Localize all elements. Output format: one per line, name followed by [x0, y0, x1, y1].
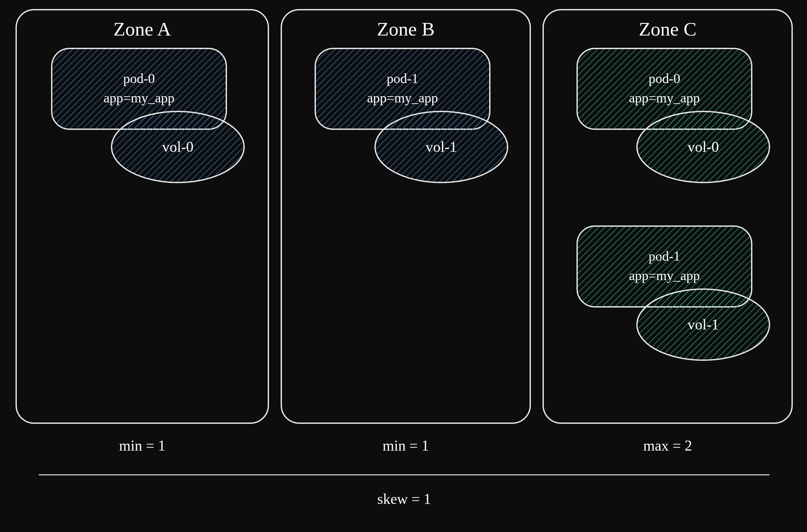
pod-group: pod-0app=my_appvol-0	[577, 49, 770, 183]
pod-group: pod-1app=my_appvol-1	[315, 49, 508, 183]
pod-name: pod-1	[387, 71, 418, 86]
pod-group: pod-0app=my_appvol-0	[52, 49, 244, 183]
diagram-canvas: Zone Apod-0app=my_appvol-0min = 1Zone Bp…	[0, 0, 807, 532]
pod-label: app=my_app	[367, 91, 438, 105]
zone-title: Zone C	[639, 18, 696, 40]
pod-group: pod-1app=my_appvol-1	[577, 226, 770, 360]
zone-footer: max = 2	[643, 437, 692, 454]
pod-name: pod-0	[648, 71, 680, 86]
zone-title: Zone A	[113, 18, 171, 40]
pod-label: app=my_app	[629, 268, 700, 283]
zone-title: Zone B	[377, 18, 435, 40]
volume-name: vol-1	[425, 138, 457, 155]
pod-label: app=my_app	[629, 91, 700, 105]
volume-name: vol-1	[687, 316, 719, 333]
volume-name: vol-0	[687, 138, 719, 155]
zone-footer: min = 1	[119, 437, 166, 454]
pod-name: pod-0	[123, 71, 155, 86]
pod-name: pod-1	[648, 249, 680, 264]
skew-label: skew = 1	[377, 491, 431, 507]
pod-label: app=my_app	[104, 91, 175, 105]
zone-footer: min = 1	[383, 437, 429, 454]
volume-name: vol-0	[162, 138, 193, 155]
